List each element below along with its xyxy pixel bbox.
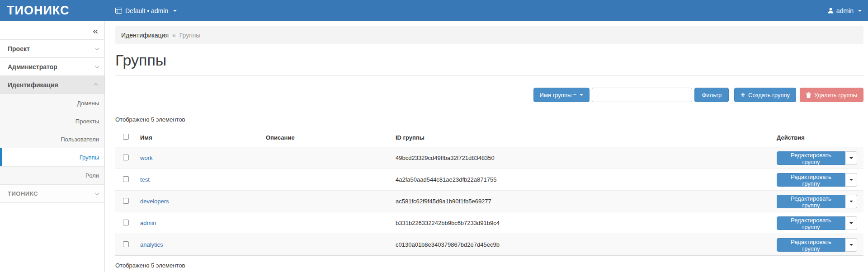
row-checkbox[interactable] <box>123 241 129 247</box>
page-title: Группы <box>115 52 863 69</box>
table-row: admin b331b226332242bb9bc6b7233d91b9c4 Р… <box>115 212 863 234</box>
column-header-description[interactable]: Описание <box>262 129 392 147</box>
row-actions-dropdown-button[interactable] <box>846 173 857 187</box>
plus-icon: + <box>741 91 745 98</box>
breadcrumb-parent[interactable]: Идентификация <box>121 32 169 39</box>
sidebar-item-groups[interactable]: Группы <box>0 148 104 166</box>
chevron-down-icon <box>849 179 853 181</box>
table-body: work 49bcd23329cd49ffba32f721d8348350 Ре… <box>115 147 863 256</box>
logo-box: ТИОНИКС <box>0 4 105 18</box>
create-group-button[interactable]: + Создать группу <box>734 88 796 102</box>
table-header-row: Имя Описание ID группы Действия <box>115 129 863 147</box>
row-checkbox[interactable] <box>123 176 129 182</box>
filter-input[interactable] <box>592 88 692 102</box>
column-header-actions: Действия <box>773 129 863 147</box>
group-name-link[interactable]: developers <box>140 198 169 205</box>
chevron-down-icon <box>849 244 853 246</box>
row-actions: Редактировать группу <box>777 216 857 230</box>
column-header-name[interactable]: Имя <box>137 129 262 147</box>
filter-toolbar: Имя группы = Фильтр + Создать группу Уда… <box>115 88 863 102</box>
group-name-link[interactable]: work <box>140 155 152 161</box>
chevron-down-icon <box>858 10 862 12</box>
sidebar-collapse-row: « <box>0 21 104 40</box>
group-description-cell <box>262 169 392 191</box>
user-icon <box>828 8 834 14</box>
table-summary-bottom: Отображено 5 элементов <box>115 262 863 269</box>
sidebar-section-identity[interactable]: Идентификация <box>0 76 104 94</box>
groups-table: Имя Описание ID группы Действия work 49b… <box>115 129 863 256</box>
brand-logo[interactable]: ТИОНИКС <box>7 4 69 17</box>
top-header: ТИОНИКС Default • admin admin <box>0 0 868 21</box>
row-actions: Редактировать группу <box>777 195 857 208</box>
row-checkbox[interactable] <box>123 198 129 204</box>
column-header-id[interactable]: ID группы <box>392 129 773 147</box>
group-id-cell: b331b226332242bb9bc6b7233d91b9c4 <box>392 212 773 234</box>
context-switcher[interactable]: Default • admin <box>105 7 177 14</box>
row-actions-dropdown-button[interactable] <box>846 216 857 230</box>
trash-icon <box>806 92 811 98</box>
select-all-checkbox[interactable] <box>123 134 129 140</box>
edit-group-button[interactable]: Редактировать группу <box>777 173 845 187</box>
edit-group-button[interactable]: Редактировать группу <box>777 238 845 252</box>
chevron-down-icon <box>95 191 99 195</box>
breadcrumb: Идентификация » Группы <box>115 26 863 44</box>
chevron-down-icon <box>173 10 177 12</box>
row-actions-dropdown-button[interactable] <box>846 238 857 252</box>
user-label: admin <box>836 7 854 14</box>
edit-group-button[interactable]: Редактировать группу <box>777 151 845 165</box>
group-description-cell <box>262 191 392 212</box>
group-name-link[interactable]: analytics <box>140 241 163 248</box>
group-id-cell: ac581fc62f9f45d9a1b90f1fb5e69277 <box>392 191 773 212</box>
row-checkbox[interactable] <box>123 155 129 160</box>
user-menu[interactable]: admin <box>828 7 868 14</box>
sidebar-section-admin[interactable]: Администратор <box>0 58 104 76</box>
row-actions: Редактировать группу <box>777 173 857 187</box>
sidebar-item-projects[interactable]: Проекты <box>0 112 104 130</box>
delete-groups-button[interactable]: Удалить группы <box>800 88 863 102</box>
group-name-link[interactable]: test <box>140 176 150 183</box>
projects-list-icon <box>115 8 122 14</box>
table-row: work 49bcd23329cd49ffba32f721d8348350 Ре… <box>115 147 863 169</box>
filter-field-dropdown[interactable]: Имя группы = <box>533 88 590 102</box>
breadcrumb-separator: » <box>172 32 176 39</box>
main-content: Идентификация » Группы Группы Имя группы… <box>105 21 868 272</box>
chevron-down-icon <box>849 201 853 202</box>
identity-submenu: Домены Проекты Пользователи Группы Роли <box>0 94 104 185</box>
sidebar-item-roles[interactable]: Роли <box>0 166 104 184</box>
group-description-cell <box>262 147 392 169</box>
table-row: developers ac581fc62f9f45d9a1b90f1fb5e69… <box>115 191 863 212</box>
sidebar-section-tionix[interactable]: ТИОНИКС <box>0 185 104 203</box>
chevron-down-icon <box>95 46 99 50</box>
row-actions-dropdown-button[interactable] <box>846 151 857 165</box>
row-actions-dropdown-button[interactable] <box>846 195 857 208</box>
group-id-cell: 49bcd23329cd49ffba32f721d8348350 <box>392 147 773 169</box>
group-description-cell <box>262 212 392 234</box>
row-actions: Редактировать группу <box>777 151 857 165</box>
context-label: Default • admin <box>125 7 168 14</box>
table-row: analytics c0130a01b8e340379867bd2e7d45ec… <box>115 234 863 256</box>
group-name-link[interactable]: admin <box>140 220 156 226</box>
table-row: test 4a2fa50aad544c81ae23dfb22a871755 Ре… <box>115 169 863 191</box>
sidebar-item-users[interactable]: Пользователи <box>0 130 104 148</box>
breadcrumb-current: Группы <box>179 32 201 39</box>
chevron-down-icon <box>95 64 99 68</box>
collapse-sidebar-icon[interactable]: « <box>93 26 98 35</box>
chevron-up-icon <box>94 83 98 88</box>
row-checkbox[interactable] <box>123 220 129 225</box>
sidebar-item-domains[interactable]: Домены <box>0 94 104 112</box>
row-actions: Редактировать группу <box>777 238 857 252</box>
chevron-down-icon <box>849 157 853 159</box>
edit-group-button[interactable]: Редактировать группу <box>777 216 845 230</box>
filter-button[interactable]: Фильтр <box>694 88 729 102</box>
chevron-down-icon <box>580 94 583 96</box>
edit-group-button[interactable]: Редактировать группу <box>777 195 845 208</box>
group-id-cell: 4a2fa50aad544c81ae23dfb22a871755 <box>392 169 773 191</box>
group-description-cell <box>262 234 392 256</box>
group-id-cell: c0130a01b8e340379867bd2e7d45ec9b <box>392 234 773 256</box>
sidebar-section-project[interactable]: Проект <box>0 40 104 58</box>
title-divider <box>115 75 863 76</box>
table-summary-top: Отображено 5 элементов <box>115 116 863 123</box>
sidebar: « Проект Администратор Идентификация Дом… <box>0 21 105 272</box>
chevron-down-icon <box>849 222 853 224</box>
